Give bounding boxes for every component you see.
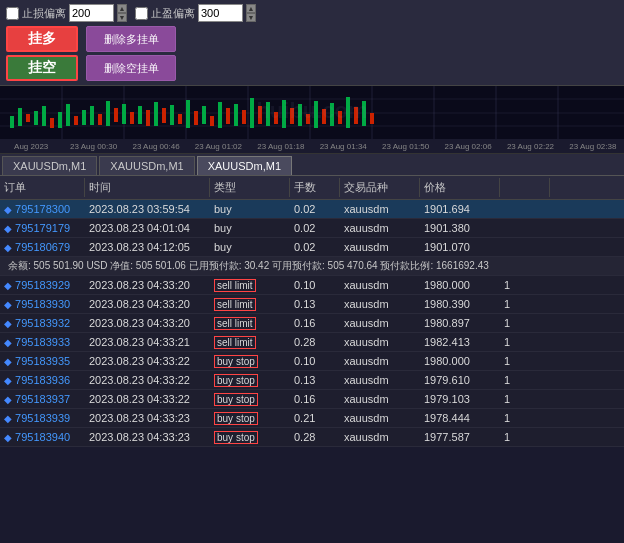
tab-0[interactable]: XAUUSDm,M1 <box>2 156 97 175</box>
pending-row-1[interactable]: ◆ 795183930 2023.08.23 04:33:20 sell lim… <box>0 295 624 314</box>
svg-rect-32 <box>170 105 174 125</box>
watermark-text: huibu.com <box>256 98 367 123</box>
pr7-price: 1978.444 <box>420 410 500 426</box>
svg-rect-34 <box>186 100 190 128</box>
pending-row-0[interactable]: ◆ 795183929 2023.08.23 04:33:20 sell lim… <box>0 276 624 295</box>
buy-button[interactable]: 挂多 <box>6 26 78 52</box>
pin-icon-p8: ◆ <box>4 432 12 443</box>
pin-icon-1: ◆ <box>4 223 12 234</box>
stop-profit-spinner[interactable]: ▲ ▼ <box>246 4 256 22</box>
tab-2[interactable]: XAUUSDm,M1 <box>197 156 292 175</box>
row0-price: 1901.694 <box>420 201 500 217</box>
pr3-lots: 0.28 <box>290 334 340 350</box>
row0-symbol: xauusdm <box>340 201 420 217</box>
time-label-5: 23 Aug 01:34 <box>312 142 374 151</box>
pr5-price: 1979.610 <box>420 372 500 388</box>
pr4-id: ◆ 795183935 <box>0 353 85 369</box>
time-label-1: 23 Aug 00:30 <box>62 142 124 151</box>
pr3-time: 2023.08.23 04:33:21 <box>85 334 210 350</box>
row1-price: 1901.380 <box>420 220 500 236</box>
svg-rect-15 <box>34 111 38 125</box>
pr6-type-badge: buy stop <box>214 393 258 406</box>
pr3-type: sell limit <box>210 334 290 350</box>
svg-rect-27 <box>130 112 134 124</box>
row2-symbol: xauusdm <box>340 239 420 255</box>
row2-extra <box>500 239 550 255</box>
pr7-lots: 0.21 <box>290 410 340 426</box>
stop-profit-input[interactable] <box>198 4 243 22</box>
summary-row: 余额: 505 501.90 USD 净值: 505 501.06 已用预付款:… <box>0 257 624 276</box>
pr1-type-badge: sell limit <box>214 298 256 311</box>
spin-down-2[interactable]: ▼ <box>246 13 256 22</box>
pr5-extra: 1 <box>500 372 550 388</box>
delete-buy-button[interactable]: 删除多挂单 <box>86 26 176 52</box>
pr2-time: 2023.08.23 04:33:20 <box>85 315 210 331</box>
sell-button[interactable]: 挂空 <box>6 55 78 81</box>
pr6-price: 1979.103 <box>420 391 500 407</box>
pending-row-5[interactable]: ◆ 795183936 2023.08.23 04:33:22 buy stop… <box>0 371 624 390</box>
svg-rect-41 <box>242 110 246 124</box>
control-row-1: 止损偏离 ▲ ▼ 止盈偏离 ▲ ▼ <box>6 4 618 22</box>
pr8-symbol: xauusdm <box>340 429 420 445</box>
col-order: 订单 <box>0 178 85 197</box>
pin-icon-p7: ◆ <box>4 413 12 424</box>
pr0-price: 1980.000 <box>420 277 500 293</box>
svg-rect-17 <box>50 118 54 128</box>
pr7-type: buy stop <box>210 410 290 426</box>
stop-loss-checkbox[interactable] <box>6 7 19 20</box>
stop-profit-checkbox[interactable] <box>135 7 148 20</box>
pr6-type: buy stop <box>210 391 290 407</box>
svg-rect-19 <box>66 104 70 126</box>
pr3-type-badge: sell limit <box>214 336 256 349</box>
pending-row-7[interactable]: ◆ 795183939 2023.08.23 04:33:23 buy stop… <box>0 409 624 428</box>
svg-rect-12 <box>10 116 14 128</box>
pr1-time: 2023.08.23 04:33:20 <box>85 296 210 312</box>
pending-row-6[interactable]: ◆ 795183937 2023.08.23 04:33:22 buy stop… <box>0 390 624 409</box>
pending-row-4[interactable]: ◆ 795183935 2023.08.23 04:33:22 buy stop… <box>0 352 624 371</box>
col-type: 类型 <box>210 178 290 197</box>
pr0-symbol: xauusdm <box>340 277 420 293</box>
chart-area: huibu.com Aug 2023 23 Aug 00:30 23 Aug 0… <box>0 86 624 154</box>
pr2-price: 1980.897 <box>420 315 500 331</box>
pr0-time: 2023.08.23 04:33:20 <box>85 277 210 293</box>
row0-id: ◆ 795178300 <box>0 201 85 217</box>
spin-down[interactable]: ▼ <box>117 13 127 22</box>
svg-rect-38 <box>218 102 222 128</box>
order-row-0[interactable]: ◆ 795178300 2023.08.23 03:59:54 buy 0.02… <box>0 200 624 219</box>
summary-text: 余额: 505 501.90 USD 净值: 505 501.06 已用预付款:… <box>4 258 493 273</box>
order-row-1[interactable]: ◆ 795179179 2023.08.23 04:01:04 buy 0.02… <box>0 219 624 238</box>
svg-rect-14 <box>26 114 30 122</box>
pr0-type: sell limit <box>210 277 290 293</box>
tab-1[interactable]: XAUUSDm,M1 <box>99 156 194 175</box>
svg-rect-26 <box>122 104 126 124</box>
stop-loss-spinner[interactable]: ▲ ▼ <box>117 4 127 22</box>
time-label-0: Aug 2023 <box>0 142 62 151</box>
spin-up[interactable]: ▲ <box>117 4 127 13</box>
pr8-extra: 1 <box>500 429 550 445</box>
table-header: 订单 时间 类型 手数 交易品种 价格 <box>0 176 624 200</box>
pr4-time: 2023.08.23 04:33:22 <box>85 353 210 369</box>
spin-up-2[interactable]: ▲ <box>246 4 256 13</box>
pending-row-8[interactable]: ◆ 795183940 2023.08.23 04:33:23 buy stop… <box>0 428 624 447</box>
row1-extra <box>500 220 550 236</box>
pr7-time: 2023.08.23 04:33:23 <box>85 410 210 426</box>
stop-loss-input[interactable] <box>69 4 114 22</box>
col-symbol: 交易品种 <box>340 178 420 197</box>
pr8-price: 1977.587 <box>420 429 500 445</box>
pr4-symbol: xauusdm <box>340 353 420 369</box>
button-row-2: 挂空 删除空挂单 <box>6 55 618 81</box>
pin-icon-p6: ◆ <box>4 394 12 405</box>
row0-lots: 0.02 <box>290 201 340 217</box>
pending-row-2[interactable]: ◆ 795183932 2023.08.23 04:33:20 sell lim… <box>0 314 624 333</box>
row1-id: ◆ 795179179 <box>0 220 85 236</box>
time-label-2: 23 Aug 00:46 <box>125 142 187 151</box>
order-row-2[interactable]: ◆ 795180679 2023.08.23 04:12:05 buy 0.02… <box>0 238 624 257</box>
pr4-price: 1980.000 <box>420 353 500 369</box>
delete-sell-button[interactable]: 删除空挂单 <box>86 55 176 81</box>
pr8-time: 2023.08.23 04:33:23 <box>85 429 210 445</box>
time-label-7: 23 Aug 02:06 <box>437 142 499 151</box>
pending-row-3[interactable]: ◆ 795183933 2023.08.23 04:33:21 sell lim… <box>0 333 624 352</box>
pr2-id: ◆ 795183932 <box>0 315 85 331</box>
svg-rect-13 <box>18 108 22 126</box>
control-panel: 止损偏离 ▲ ▼ 止盈偏离 ▲ ▼ 挂多 删除多挂单 挂空 删除空挂单 <box>0 0 624 86</box>
